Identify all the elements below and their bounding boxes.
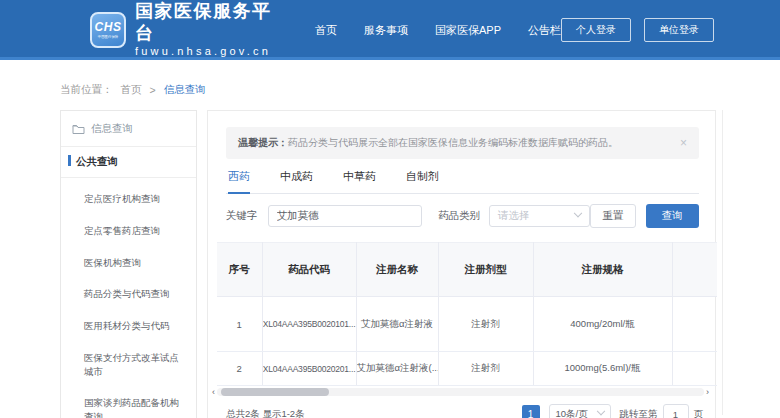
main-panel: 温馨提示： 药品分类与代码展示全部在国家医保信息业务编码标准数据库赋码的药品。 … bbox=[207, 110, 716, 418]
page-1-button[interactable]: 1 bbox=[522, 405, 540, 418]
notice-close-icon[interactable]: × bbox=[680, 137, 687, 149]
sidebar-section-public-query[interactable]: 公共查询 bbox=[61, 147, 196, 178]
category-select[interactable]: 请选择 bbox=[489, 205, 590, 227]
site-identity: 国家医保服务平台 fuwu.nhsa.gov.cn bbox=[135, 1, 273, 58]
col-注册剂型: 注册剂型 bbox=[438, 243, 533, 297]
jump-suffix: 页 bbox=[694, 408, 704, 418]
horizontal-scrollbar: ‹ › bbox=[212, 387, 709, 397]
cell-drug-code: XL04AAA395B0020101... bbox=[262, 297, 356, 352]
logo-badge-text: CHS bbox=[95, 21, 122, 34]
login-buttons: 个人登录 单位登录 bbox=[561, 18, 714, 42]
drug-type-tabs: 西药 中成药 中草药 自制剂 bbox=[226, 169, 699, 194]
site-url: fuwu.nhsa.gov.cn bbox=[135, 44, 273, 58]
reset-button[interactable]: 重置 bbox=[590, 204, 636, 228]
sidebar-item-payment-reform-cities[interactable]: 医保支付方式改革试点城市 bbox=[61, 342, 196, 388]
nav-item-app[interactable]: 国家医保APP bbox=[435, 23, 501, 38]
main-nav: 首页 服务事项 国家医保APP 公告栏 bbox=[315, 23, 561, 38]
sidebar-item-designated-retail-pharmacy[interactable]: 定点零售药店查询 bbox=[61, 215, 196, 247]
top-header: CHS 中国医疗保障 国家医保服务平台 fuwu.nhsa.gov.cn 首页 … bbox=[0, 0, 780, 60]
col-注册规格: 注册规格 bbox=[533, 243, 672, 297]
nav-item-bulletin[interactable]: 公告栏 bbox=[528, 23, 561, 38]
keyword-label: 关键字 bbox=[226, 209, 258, 223]
search-button[interactable]: 查询 bbox=[646, 204, 699, 228]
breadcrumb-prefix: 当前位置： bbox=[60, 83, 113, 97]
sidebar-group-label: 信息查询 bbox=[91, 122, 133, 136]
content-area: 信息查询 公共查询 定点医疗机构查询 定点零售药店查询 医保机构查询 药品分类与… bbox=[60, 110, 723, 415]
col-序号: 序号 bbox=[217, 243, 262, 297]
notice-bar: 温馨提示： 药品分类与代码展示全部在国家医保信息业务编码标准数据库赋码的药品。 … bbox=[226, 127, 699, 159]
cell-specification: 1000mg(5.6ml)/瓶 bbox=[533, 352, 672, 386]
personal-login-button[interactable]: 个人登录 bbox=[561, 18, 631, 42]
notice-text: 药品分类与代码展示全部在国家医保信息业务编码标准数据库赋码的药品。 bbox=[288, 136, 618, 150]
filter-bar: 关键字 药品类别 请选择 重置 查询 bbox=[226, 204, 699, 228]
unit-login-button[interactable]: 单位登录 bbox=[644, 18, 714, 42]
category-select-placeholder: 请选择 bbox=[498, 209, 530, 223]
keyword-input[interactable] bbox=[268, 205, 422, 227]
breadcrumb-current[interactable]: 信息查询 bbox=[164, 83, 206, 97]
sidebar-item-consumables-code[interactable]: 医用耗材分类与代码 bbox=[61, 310, 196, 342]
folder-icon bbox=[72, 124, 85, 135]
cell-clipped bbox=[672, 352, 717, 386]
page-jump: 跳转至第 页 bbox=[620, 404, 704, 418]
category-label: 药品类别 bbox=[438, 209, 480, 223]
tab-chinese-herbal-medicine[interactable]: 中草药 bbox=[343, 169, 376, 194]
logo-badge-subtext: 中国医疗保障 bbox=[98, 34, 118, 38]
page-size-select[interactable]: 10条/页 bbox=[549, 404, 611, 418]
chevron-down-icon bbox=[574, 209, 582, 217]
sidebar-group-info-query[interactable]: 信息查询 bbox=[61, 111, 196, 147]
nav-item-services[interactable]: 服务事项 bbox=[364, 23, 408, 38]
sidebar-item-drug-code-query[interactable]: 药品分类与代码查询 bbox=[61, 278, 196, 310]
notice-label: 温馨提示： bbox=[238, 136, 288, 150]
tab-chinese-patent-medicine[interactable]: 中成药 bbox=[280, 169, 313, 194]
sidebar-item-insurance-agency[interactable]: 医保机构查询 bbox=[61, 247, 196, 279]
cell-registered-name: 艾加莫德α注射液 bbox=[356, 297, 438, 352]
cell-registered-name: 艾加莫德α注射液(... bbox=[356, 352, 438, 386]
chevron-down-icon bbox=[596, 407, 604, 415]
sidebar-item-negotiated-drug-institutions[interactable]: 国家谈判药品配备机构查询 bbox=[61, 387, 196, 418]
tab-self-made-preparation[interactable]: 自制剂 bbox=[406, 169, 439, 194]
cell-drug-code: XL04AAA395B0020201... bbox=[262, 352, 356, 386]
chs-logo-icon[interactable]: CHS 中国医疗保障 bbox=[90, 12, 126, 48]
col-药品代码: 药品代码 bbox=[262, 243, 356, 297]
nav-item-home[interactable]: 首页 bbox=[315, 23, 337, 38]
sidebar-item-designated-medical-institution[interactable]: 定点医疗机构查询 bbox=[61, 183, 196, 215]
pagination-total-text: 总共2条 显示1-2条 bbox=[226, 408, 305, 418]
breadcrumb: 当前位置： 首页 > 信息查询 bbox=[60, 83, 780, 97]
sidebar: 信息查询 公共查询 定点医疗机构查询 定点零售药店查询 医保机构查询 药品分类与… bbox=[60, 110, 197, 418]
cell-seq: 2 bbox=[217, 352, 262, 386]
pagination-bar: 总共2条 显示1-2条 1 10条/页 跳转至第 页 bbox=[208, 397, 715, 418]
scroll-left-icon[interactable]: ‹ bbox=[212, 387, 215, 397]
site-title: 国家医保服务平台 bbox=[135, 1, 273, 44]
col-clipped bbox=[672, 243, 717, 297]
table-header-row: 序号 药品代码 注册名称 注册剂型 注册规格 bbox=[217, 243, 717, 297]
cell-dosage-form: 注射剂 bbox=[438, 297, 533, 352]
results-table-viewport: 序号 药品代码 注册名称 注册剂型 注册规格 1 XL04AAA395B0020… bbox=[217, 242, 717, 386]
jump-page-input[interactable] bbox=[663, 404, 689, 418]
scroll-right-icon[interactable]: › bbox=[706, 387, 709, 397]
page-size-value: 10条/页 bbox=[556, 408, 588, 418]
cell-specification: 400mg/20ml/瓶 bbox=[533, 297, 672, 352]
cell-seq: 1 bbox=[217, 297, 262, 352]
col-注册名称: 注册名称 bbox=[356, 243, 438, 297]
scrollbar-track[interactable] bbox=[217, 388, 704, 396]
jump-prefix: 跳转至第 bbox=[620, 408, 658, 418]
tab-western-medicine[interactable]: 西药 bbox=[228, 169, 250, 194]
breadcrumb-separator: > bbox=[150, 84, 156, 96]
breadcrumb-home-link[interactable]: 首页 bbox=[121, 83, 142, 97]
results-table: 序号 药品代码 注册名称 注册剂型 注册规格 1 XL04AAA395B0020… bbox=[217, 242, 717, 386]
cell-dosage-form: 注射剂 bbox=[438, 352, 533, 386]
table-row: 1 XL04AAA395B0020101... 艾加莫德α注射液 注射剂 400… bbox=[217, 297, 717, 352]
cell-clipped bbox=[672, 297, 717, 352]
table-row: 2 XL04AAA395B0020201... 艾加莫德α注射液(... 注射剂… bbox=[217, 352, 717, 386]
scrollbar-thumb[interactable] bbox=[221, 388, 329, 396]
sidebar-item-list: 定点医疗机构查询 定点零售药店查询 医保机构查询 药品分类与代码查询 医用耗材分… bbox=[61, 178, 196, 418]
